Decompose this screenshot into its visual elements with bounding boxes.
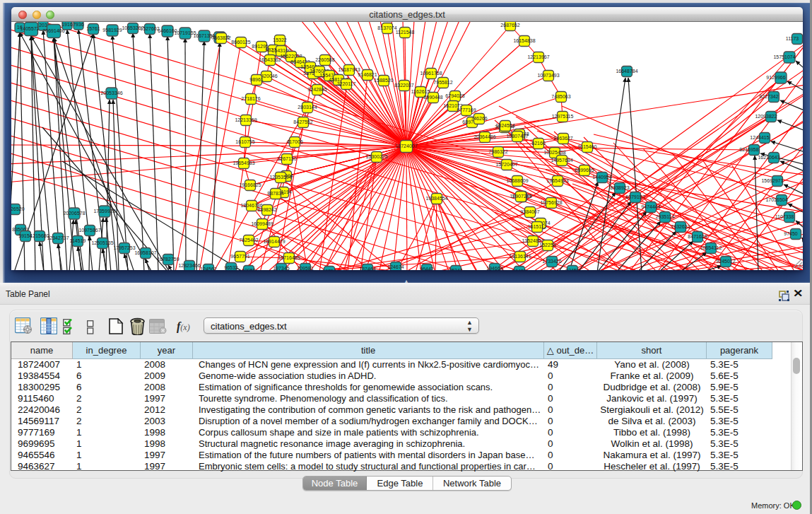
svg-text:17359928: 17359928: [93, 209, 115, 214]
svg-text:9474444: 9474444: [641, 204, 660, 209]
svg-text:1615112: 1615112: [528, 224, 547, 229]
svg-text:10688609: 10688609: [506, 178, 528, 183]
svg-text:10958: 10958: [242, 268, 256, 270]
svg-text:15761: 15761: [86, 26, 100, 31]
svg-text:114519: 114519: [70, 238, 86, 243]
svg-text:9242845: 9242845: [307, 87, 326, 92]
svg-text:2935114: 2935114: [656, 214, 675, 219]
svg-text:20206578: 20206578: [63, 211, 85, 216]
svg-text:19654923: 19654923: [546, 178, 568, 183]
svg-text:15751074: 15751074: [773, 54, 795, 59]
svg-text:9129966: 9129966: [766, 75, 785, 80]
svg-text:85241: 85241: [449, 268, 463, 270]
svg-text:9115460: 9115460: [578, 144, 597, 149]
svg-text:18907249: 18907249: [510, 194, 531, 199]
svg-text:7663822: 7663822: [211, 35, 230, 40]
svg-text:1244415: 1244415: [750, 135, 769, 140]
svg-text:7955812: 7955812: [433, 80, 452, 85]
svg-text:18724007: 18724007: [395, 144, 417, 148]
svg-text:15716485: 15716485: [278, 255, 300, 260]
svg-text:10973493: 10973493: [537, 73, 559, 78]
svg-text:98961: 98961: [249, 77, 264, 82]
svg-text:8471626: 8471626: [688, 234, 707, 239]
svg-text:2718176: 2718176: [241, 96, 260, 101]
svg-text:20364486: 20364486: [473, 134, 495, 139]
svg-text:109581: 109581: [297, 266, 313, 270]
svg-text:1162615: 1162615: [411, 89, 430, 94]
svg-text:2260588: 2260588: [315, 57, 334, 62]
svg-text:1527602: 1527602: [140, 26, 159, 31]
svg-text:14957684: 14957684: [551, 158, 572, 163]
svg-text:92450: 92450: [565, 268, 579, 270]
svg-text:8322037: 8322037: [394, 83, 413, 88]
svg-text:15300275: 15300275: [365, 154, 387, 159]
svg-text:12213967: 12213967: [527, 54, 549, 59]
svg-text:417006: 417006: [286, 139, 302, 144]
svg-text:8660125: 8660125: [231, 40, 250, 45]
svg-text:10975867: 10975867: [78, 228, 100, 233]
svg-text:12213369: 12213369: [235, 117, 257, 122]
svg-text:9581929: 9581929: [102, 28, 122, 33]
svg-text:9657791: 9657791: [230, 254, 249, 259]
svg-text:14136141: 14136141: [509, 254, 531, 259]
svg-text:9777169: 9777169: [457, 107, 476, 112]
svg-text:9463627: 9463627: [553, 136, 572, 141]
svg-text:3220117: 3220117: [337, 81, 356, 86]
svg-text:16210643: 16210643: [758, 155, 779, 160]
svg-text:1440954: 1440954: [592, 175, 611, 180]
svg-text:10025438: 10025438: [543, 150, 565, 155]
svg-text:9384007: 9384007: [520, 209, 539, 214]
svg-text:12975115: 12975115: [552, 114, 574, 119]
svg-text:746266: 746266: [471, 116, 487, 121]
svg-text:1588520: 1588520: [374, 78, 393, 83]
svg-text:12353594: 12353594: [269, 175, 291, 180]
svg-text:9146821: 9146821: [358, 72, 377, 77]
svg-text:10654112: 10654112: [700, 245, 722, 250]
svg-text:19166825: 19166825: [239, 182, 261, 187]
svg-text:11173: 11173: [786, 36, 799, 41]
svg-text:1916: 1916: [61, 22, 73, 27]
svg-text:19756928: 19756928: [540, 200, 562, 205]
svg-text:124674: 124674: [387, 264, 404, 269]
svg-text:10807487: 10807487: [506, 134, 528, 139]
svg-text:8427552: 8427552: [293, 119, 312, 124]
svg-text:12342737: 12342737: [47, 235, 69, 240]
svg-text:20053346: 20053346: [100, 90, 122, 95]
svg-text:8498242: 8498242: [257, 207, 276, 212]
svg-text:6794028: 6794028: [445, 93, 464, 98]
svg-text:12823466: 12823466: [178, 263, 200, 268]
svg-text:9245012: 9245012: [716, 259, 735, 264]
svg-text:8938923: 8938923: [610, 185, 629, 190]
svg-text:197345: 197345: [273, 266, 289, 270]
svg-text:1733426: 1733426: [542, 259, 561, 264]
svg-text:19187943: 19187943: [338, 67, 360, 72]
svg-text:8990448: 8990448: [423, 95, 442, 100]
svg-text:2803144: 2803144: [298, 105, 317, 110]
svg-text:15692971: 15692971: [761, 178, 783, 183]
svg-text:124562: 124562: [200, 267, 216, 270]
svg-text:17957253: 17957253: [113, 245, 135, 250]
svg-text:203: 203: [39, 23, 47, 28]
svg-text:20691406: 20691406: [42, 28, 64, 33]
svg-text:97450: 97450: [784, 231, 798, 236]
svg-text:7936: 7936: [73, 22, 84, 27]
svg-text:3267130: 3267130: [277, 156, 296, 161]
svg-text:16543362: 16543362: [259, 57, 281, 62]
svg-text:7625402: 7625402: [239, 238, 258, 243]
svg-text:7632621: 7632621: [671, 224, 690, 229]
svg-text:1121548: 1121548: [396, 30, 415, 35]
svg-text:16958107: 16958107: [134, 250, 156, 255]
svg-text:62160: 62160: [531, 141, 546, 146]
svg-text:8215958: 8215958: [739, 147, 758, 152]
svg-text:16914479: 16914479: [263, 239, 285, 244]
svg-text:19384554: 19384554: [425, 196, 447, 201]
svg-text:2626520: 2626520: [11, 206, 25, 211]
svg-text:96442: 96442: [420, 267, 434, 270]
svg-text:7485063: 7485063: [551, 94, 570, 99]
svg-text:1610755: 1610755: [235, 139, 254, 144]
svg-text:16154838: 16154838: [513, 38, 535, 43]
svg-text:12093822: 12093822: [755, 114, 777, 119]
svg-text:16099489: 16099489: [251, 221, 273, 226]
svg-text:194664: 194664: [486, 266, 502, 270]
svg-text:1107338: 1107338: [775, 214, 794, 219]
